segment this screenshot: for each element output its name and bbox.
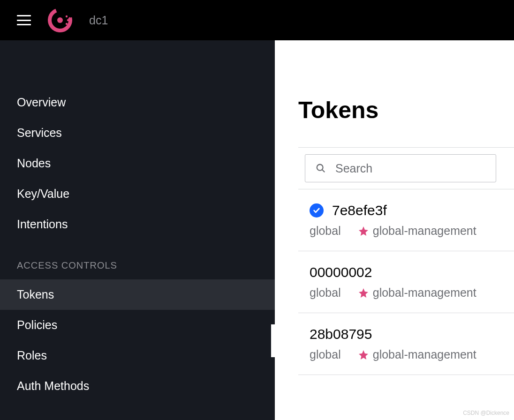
svg-point-4 (66, 23, 68, 25)
search-input[interactable] (335, 162, 485, 175)
sidebar-item-roles[interactable]: Roles (0, 340, 275, 371)
star-icon (358, 287, 369, 299)
app-header: dc1 (0, 0, 514, 40)
token-id: 00000002 (310, 264, 372, 280)
search-box[interactable] (305, 154, 496, 182)
token-policy-label: global-management (373, 286, 476, 300)
sidebar-item-auth-methods[interactable]: Auth Methods (0, 371, 275, 401)
svg-point-7 (69, 19, 71, 21)
token-scope: global (310, 224, 341, 238)
sidebar-item-nodes[interactable]: Nodes (0, 148, 275, 179)
datacenter-selector[interactable]: dc1 (89, 14, 108, 27)
main-content: Tokens 7e8efe3f (275, 40, 514, 420)
token-policy-label: global-management (373, 224, 476, 238)
token-row[interactable]: 7e8efe3f global global-management (298, 189, 514, 251)
sidebar-item-keyvalue[interactable]: Key/Value (0, 179, 275, 209)
svg-point-2 (66, 15, 68, 17)
token-scope: global (310, 348, 341, 361)
token-id: 28b08795 (310, 326, 372, 342)
watermark: CSDN @Dickence (463, 410, 509, 416)
token-policy: global-management (358, 348, 476, 361)
svg-point-3 (67, 19, 69, 21)
token-row[interactable]: 00000002 global global-management (298, 251, 514, 313)
star-icon (358, 225, 369, 237)
sidebar-item-overview[interactable]: Overview (0, 87, 275, 118)
svg-point-5 (69, 17, 70, 18)
token-policy-label: global-management (373, 348, 476, 361)
token-policy: global-management (358, 286, 476, 300)
sidebar-item-policies[interactable]: Policies (0, 310, 275, 340)
sidebar-section-access-controls: ACCESS CONTROLS (0, 240, 275, 279)
search-icon (316, 163, 326, 173)
star-icon (358, 349, 369, 360)
svg-line-9 (322, 170, 325, 172)
token-list: 7e8efe3f global global-management 000000… (298, 189, 514, 375)
token-policy: global-management (358, 224, 476, 238)
sidebar-item-intentions[interactable]: Intentions (0, 209, 275, 240)
sidebar-item-services[interactable]: Services (0, 118, 275, 148)
token-id: 7e8efe3f (332, 202, 387, 218)
token-row[interactable]: 28b08795 global global-management (298, 313, 514, 375)
svg-point-1 (57, 17, 63, 23)
consul-logo-icon (48, 8, 72, 32)
sidebar-item-tokens[interactable]: Tokens (0, 279, 275, 310)
search-bar (298, 147, 514, 189)
svg-point-6 (69, 22, 70, 23)
menu-icon[interactable] (17, 15, 31, 25)
check-circle-icon (310, 203, 324, 218)
sidebar-nav: Overview Services Nodes Key/Value Intent… (0, 40, 275, 420)
page-title: Tokens (298, 97, 514, 124)
token-scope: global (310, 286, 341, 300)
svg-point-8 (317, 165, 323, 171)
